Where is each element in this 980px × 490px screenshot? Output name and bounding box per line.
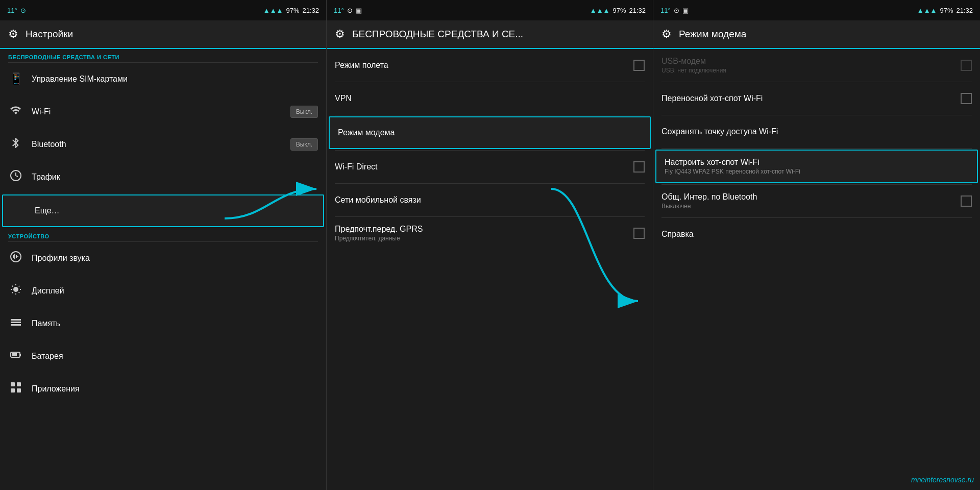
display-text: Дисплей xyxy=(32,286,318,296)
modem-content: USB-модем USB: нет подключения Переносно… xyxy=(653,49,980,490)
menu-item-help[interactable]: Справка xyxy=(653,218,980,251)
status-right-2: ▲▲▲ 97% 21:32 xyxy=(590,7,646,14)
gprs-checkbox[interactable] xyxy=(633,228,645,239)
battery-text-3: 97% xyxy=(940,7,953,14)
battery-icon xyxy=(8,349,23,364)
status-bar-3: 11° ⊙ ▣ ▲▲▲ 97% 21:32 xyxy=(653,0,980,20)
circle-icon: ⊙ xyxy=(20,7,26,14)
menu-item-bluetooth[interactable]: Bluetooth Выкл. xyxy=(0,128,326,161)
temp-icon-2: 11° xyxy=(334,7,344,14)
menu-item-config-hotspot[interactable]: Настроить хот-спот Wi-Fi Fly IQ443 WPA2 … xyxy=(655,150,978,183)
camera-icon-2: ▣ xyxy=(356,7,362,14)
menu-item-mobile-net[interactable]: Сети мобильной связи xyxy=(327,184,653,216)
modem-text: Режим модема xyxy=(338,128,642,137)
mobile-net-text: Сети мобильной связи xyxy=(335,195,645,205)
battery-text: 97% xyxy=(286,7,299,14)
menu-item-wifidirect[interactable]: Wi-Fi Direct xyxy=(327,151,653,183)
page-title-3: Режим модема xyxy=(679,29,746,40)
time-text-2: 21:32 xyxy=(629,7,646,14)
sim-icon: 📱 xyxy=(8,72,23,86)
divider-4 xyxy=(335,115,645,115)
menu-item-display[interactable]: Дисплей xyxy=(0,275,326,307)
gprs-subtitle: Предпочтител. данные xyxy=(335,235,625,242)
circle-icon-2: ⊙ xyxy=(347,7,353,14)
hotspot-text: Переносной хот-спот Wi-Fi xyxy=(662,94,952,103)
menu-item-memory[interactable]: Память xyxy=(0,307,326,340)
hotspot-checkbox[interactable] xyxy=(961,93,972,104)
menu-item-wifi[interactable]: Wi-Fi Выкл. xyxy=(0,95,326,128)
status-left-1: 11° ⊙ xyxy=(7,7,26,14)
bluetooth-toggle[interactable]: Выкл. xyxy=(290,138,318,151)
status-right-1: ▲▲▲ 97% 21:32 xyxy=(263,7,319,14)
menu-item-sim[interactable]: 📱 Управление SIM-картами xyxy=(0,63,326,95)
hotspot-title: Переносной хот-спот Wi-Fi xyxy=(662,94,952,103)
menu-item-vpn[interactable]: VPN xyxy=(327,82,653,115)
sound-icon xyxy=(8,251,23,266)
sound-text: Профили звука xyxy=(32,254,318,263)
menu-item-airplane[interactable]: Режим полета xyxy=(327,49,653,82)
header-bar-3: ⚙ Режим модема xyxy=(653,20,980,49)
svg-rect-13 xyxy=(11,382,15,386)
gprs-title: Предпочт.перед. GPRS xyxy=(335,225,625,234)
battery-text-item: Батарея xyxy=(32,352,318,361)
svg-rect-12 xyxy=(12,353,17,356)
menu-item-traffic[interactable]: Трафик xyxy=(0,161,326,193)
save-hotspot-text: Сохранять точку доступа Wi-Fi xyxy=(662,127,972,136)
camera-icon-3: ▣ xyxy=(682,7,689,14)
menu-item-modem[interactable]: Режим модема xyxy=(329,116,651,149)
status-left-3: 11° ⊙ ▣ xyxy=(660,7,689,14)
wifidirect-text: Wi-Fi Direct xyxy=(335,162,625,172)
display-title: Дисплей xyxy=(32,286,318,296)
bluetooth-title: Bluetooth xyxy=(32,140,282,149)
usb-title: USB-модем xyxy=(662,57,952,66)
menu-item-battery[interactable]: Батарея xyxy=(0,340,326,373)
menu-item-bt-tether[interactable]: Общ. Интер. по Bluetooth Выключен xyxy=(653,185,980,217)
menu-item-hotspot[interactable]: Переносной хот-спот Wi-Fi xyxy=(653,82,980,115)
bt-tether-subtitle: Выключен xyxy=(662,203,952,210)
menu-item-usb[interactable]: USB-модем USB: нет подключения xyxy=(653,49,980,82)
svg-rect-8 xyxy=(11,322,21,323)
save-hotspot-title: Сохранять точку доступа Wi-Fi xyxy=(662,127,972,136)
bt-tether-checkbox[interactable] xyxy=(961,195,972,207)
svg-rect-7 xyxy=(11,319,21,321)
memory-title: Память xyxy=(32,319,318,328)
menu-item-more[interactable]: Еще… xyxy=(2,194,324,227)
config-hotspot-subtitle: Fly IQ443 WPA2 PSK переносной хот-спот W… xyxy=(665,168,969,175)
memory-icon xyxy=(8,316,23,331)
vpn-title: VPN xyxy=(335,94,645,103)
wifi-toggle[interactable]: Выкл. xyxy=(290,106,318,118)
config-hotspot-text: Настроить хот-спот Wi-Fi Fly IQ443 WPA2 … xyxy=(665,158,969,175)
menu-item-sound[interactable]: Профили звука xyxy=(0,242,326,275)
wifi-title: Wi-Fi xyxy=(32,107,282,116)
bt-tether-title: Общ. Интер. по Bluetooth xyxy=(662,192,952,202)
usb-checkbox[interactable] xyxy=(961,60,972,71)
apps-title: Приложения xyxy=(32,384,318,394)
more-title: Еще… xyxy=(11,206,315,215)
battery-title: Батарея xyxy=(32,352,318,361)
wifidirect-checkbox[interactable] xyxy=(633,161,645,173)
modem-title: Режим модема xyxy=(338,128,642,137)
signal-icon-3: ▲▲▲ xyxy=(917,7,937,14)
menu-item-gprs[interactable]: Предпочт.перед. GPRS Предпочтител. данны… xyxy=(327,217,653,250)
menu-item-save-hotspot[interactable]: Сохранять точку доступа Wi-Fi xyxy=(653,115,980,148)
mobile-net-title: Сети мобильной связи xyxy=(335,195,645,205)
apps-text: Приложения xyxy=(32,384,318,394)
menu-item-apps[interactable]: Приложения xyxy=(0,373,326,405)
status-left-2: 11° ⊙ ▣ xyxy=(334,7,362,14)
wireless-content: Режим полета VPN Режим модема Wi-Fi Dire… xyxy=(327,49,653,490)
traffic-text: Трафик xyxy=(32,173,318,182)
wifi-icon xyxy=(8,104,23,119)
more-text: Еще… xyxy=(11,206,315,215)
svg-rect-16 xyxy=(17,388,21,393)
status-bar-1: 11° ⊙ ▲▲▲ 97% 21:32 xyxy=(0,0,326,20)
panel-wireless: 11° ⊙ ▣ ▲▲▲ 97% 21:32 ⚙ БЕСПРОВОДНЫЕ СРЕ… xyxy=(327,0,653,490)
sim-title: Управление SIM-картами xyxy=(32,75,318,84)
apps-icon xyxy=(8,381,23,397)
page-title-1: Настройки xyxy=(26,29,73,40)
time-text-3: 21:32 xyxy=(956,7,973,14)
panel-modem: 11° ⊙ ▣ ▲▲▲ 97% 21:32 ⚙ Режим модема USB… xyxy=(653,0,980,490)
airplane-checkbox[interactable] xyxy=(633,60,645,71)
settings-content: БЕСПРОВОДНЫЕ СРЕДСТВА И СЕТИ 📱 Управлени… xyxy=(0,49,326,490)
bluetooth-text: Bluetooth xyxy=(32,140,282,149)
page-title-2: БЕСПРОВОДНЫЕ СРЕДСТВА И СЕ... xyxy=(352,29,523,40)
